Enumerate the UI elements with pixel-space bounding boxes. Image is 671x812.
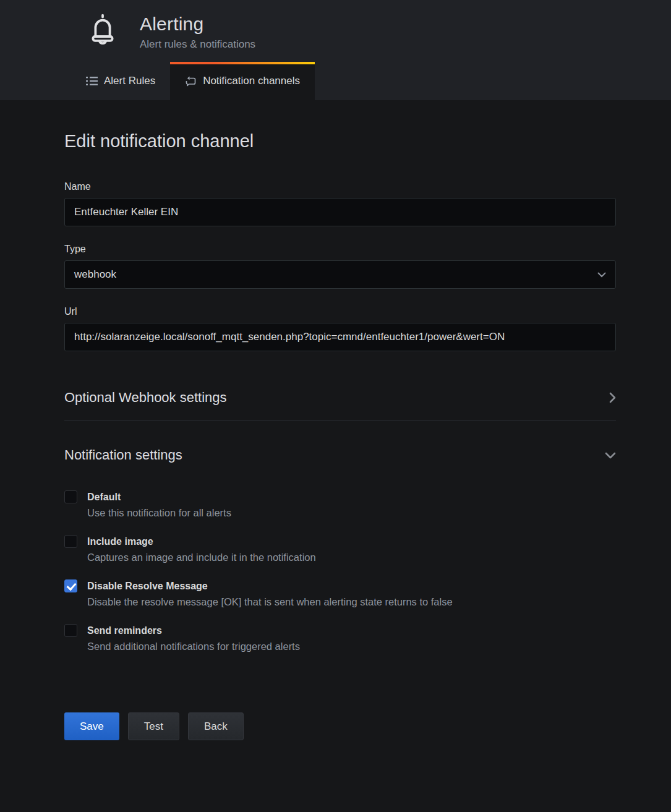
page-header: Alerting Alert rules & notifications Ale… xyxy=(0,0,671,100)
checkbox-description: Captures an image and include it in the … xyxy=(87,552,616,563)
tab-bar: Alert Rules Notification channels xyxy=(0,62,671,100)
url-input[interactable] xyxy=(64,323,616,351)
section-title: Optional Webhook settings xyxy=(64,390,227,406)
checkbox-description: Disable the resolve message [OK] that is… xyxy=(87,596,616,608)
type-label: Type xyxy=(64,244,616,255)
checkbox-description: Use this notification for all alerts xyxy=(87,507,616,519)
send-reminders-checkbox-row[interactable]: Send reminders xyxy=(64,624,616,637)
optional-webhook-settings-toggle[interactable]: Optional Webhook settings xyxy=(64,390,616,421)
name-field-group: Name xyxy=(64,181,616,226)
chevron-down-icon xyxy=(605,452,616,459)
send-reminders-checkbox[interactable] xyxy=(64,624,77,637)
checkbox-item-default: Default Use this notification for all al… xyxy=(64,490,616,519)
name-label: Name xyxy=(64,181,616,192)
main-content: Edit notification channel Name Type webh… xyxy=(0,131,671,740)
disable-resolve-message-checkbox-row[interactable]: Disable Resolve Message xyxy=(64,579,616,592)
list-icon xyxy=(86,76,98,86)
checkbox-item-send-reminders: Send reminders Send additional notificat… xyxy=(64,624,616,652)
test-button[interactable]: Test xyxy=(128,712,179,740)
section-title: Notification settings xyxy=(64,447,182,463)
back-button[interactable]: Back xyxy=(188,712,244,740)
tab-label: Alert Rules xyxy=(104,75,155,87)
header-top: Alerting Alert rules & notifications xyxy=(0,0,671,62)
tab-notification-channels[interactable]: Notification channels xyxy=(170,62,315,100)
form-actions: Save Test Back xyxy=(64,712,616,740)
type-select-value: webhook xyxy=(74,268,116,281)
default-checkbox[interactable] xyxy=(64,490,77,503)
bell-icon xyxy=(87,13,119,51)
tab-alert-rules[interactable]: Alert Rules xyxy=(71,62,170,100)
page-header-title: Alerting xyxy=(140,14,255,35)
type-select[interactable]: webhook xyxy=(64,260,616,289)
notification-channels-icon xyxy=(185,75,197,87)
page-header-subtitle: Alert rules & notifications xyxy=(140,38,255,51)
checkbox-item-disable-resolve-message: Disable Resolve Message Disable the reso… xyxy=(64,579,616,608)
name-input[interactable] xyxy=(64,198,616,226)
header-titles: Alerting Alert rules & notifications xyxy=(140,14,255,51)
notification-settings-toggle[interactable]: Notification settings xyxy=(64,447,616,463)
checkbox-label: Disable Resolve Message xyxy=(87,581,208,592)
type-field-group: Type webhook xyxy=(64,244,616,289)
chevron-down-icon xyxy=(597,272,606,278)
include-image-checkbox-row[interactable]: Include image xyxy=(64,535,616,548)
checkbox-label: Include image xyxy=(87,536,153,547)
notification-settings-options: Default Use this notification for all al… xyxy=(64,490,616,652)
chevron-right-icon xyxy=(609,392,616,403)
page-title: Edit notification channel xyxy=(64,131,616,152)
default-checkbox-row[interactable]: Default xyxy=(64,490,616,503)
checkbox-description: Send additional notifications for trigge… xyxy=(87,641,616,652)
url-field-group: Url xyxy=(64,306,616,351)
checkbox-label: Send reminders xyxy=(87,625,162,636)
tab-label: Notification channels xyxy=(203,75,300,87)
disable-resolve-message-checkbox[interactable] xyxy=(64,579,77,592)
checkbox-label: Default xyxy=(87,492,121,503)
checkbox-item-include-image: Include image Captures an image and incl… xyxy=(64,535,616,563)
url-label: Url xyxy=(64,306,616,317)
save-button[interactable]: Save xyxy=(64,712,119,740)
include-image-checkbox[interactable] xyxy=(64,535,77,548)
